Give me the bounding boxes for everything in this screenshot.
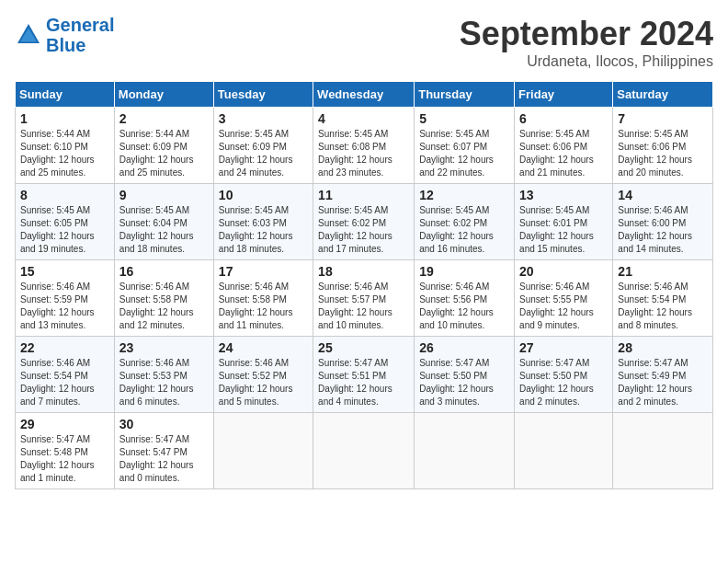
day-info: Sunrise: 5:47 AMSunset: 5:51 PMDaylight:… xyxy=(318,358,392,407)
day-number: 19 xyxy=(419,264,509,279)
day-info: Sunrise: 5:46 AMSunset: 5:58 PMDaylight:… xyxy=(119,282,194,330)
day-info: Sunrise: 5:46 AMSunset: 6:00 PMDaylight:… xyxy=(618,205,692,254)
day-number: 21 xyxy=(618,264,708,279)
calendar-subtitle: Urdaneta, Ilocos, Philippines xyxy=(460,53,713,70)
day-number: 28 xyxy=(618,340,708,355)
calendar-title: September 2024 xyxy=(460,15,713,53)
day-number: 17 xyxy=(219,264,308,279)
table-cell: 25 Sunrise: 5:47 AMSunset: 5:51 PMDaylig… xyxy=(313,337,415,413)
day-number: 4 xyxy=(318,111,409,126)
table-cell: 21 Sunrise: 5:46 AMSunset: 5:54 PMDaylig… xyxy=(613,260,713,337)
day-number: 3 xyxy=(219,111,308,126)
table-cell: 2 Sunrise: 5:44 AMSunset: 6:09 PMDayligh… xyxy=(114,108,213,184)
day-info: Sunrise: 5:46 AMSunset: 5:55 PMDaylight:… xyxy=(519,282,594,330)
table-cell: 5 Sunrise: 5:45 AMSunset: 6:07 PMDayligh… xyxy=(415,108,515,184)
table-cell: 19 Sunrise: 5:46 AMSunset: 5:56 PMDaylig… xyxy=(415,260,515,337)
day-number: 10 xyxy=(219,188,308,202)
table-cell xyxy=(415,413,515,489)
day-info: Sunrise: 5:45 AMSunset: 6:08 PMDaylight:… xyxy=(318,129,392,178)
day-number: 7 xyxy=(618,111,708,126)
day-info: Sunrise: 5:47 AMSunset: 5:47 PMDaylight:… xyxy=(119,434,194,483)
table-cell xyxy=(213,413,313,489)
table-cell: 22 Sunrise: 5:46 AMSunset: 5:54 PMDaylig… xyxy=(16,337,115,413)
table-cell: 3 Sunrise: 5:45 AMSunset: 6:09 PMDayligh… xyxy=(213,108,313,184)
page-header: General Blue September 2024 Urdaneta, Il… xyxy=(15,15,713,70)
table-cell: 28 Sunrise: 5:47 AMSunset: 5:49 PMDaylig… xyxy=(613,337,713,413)
table-row: 8 Sunrise: 5:45 AMSunset: 6:05 PMDayligh… xyxy=(16,184,713,260)
day-number: 15 xyxy=(20,264,109,279)
table-cell: 15 Sunrise: 5:46 AMSunset: 5:59 PMDaylig… xyxy=(16,260,115,337)
header-friday: Friday xyxy=(515,82,613,108)
day-info: Sunrise: 5:47 AMSunset: 5:50 PMDaylight:… xyxy=(419,358,494,407)
table-cell: 18 Sunrise: 5:46 AMSunset: 5:57 PMDaylig… xyxy=(313,260,415,337)
title-area: September 2024 Urdaneta, Ilocos, Philipp… xyxy=(460,15,713,70)
day-number: 27 xyxy=(519,340,608,355)
table-cell: 9 Sunrise: 5:45 AMSunset: 6:04 PMDayligh… xyxy=(114,184,213,260)
table-cell: 24 Sunrise: 5:46 AMSunset: 5:52 PMDaylig… xyxy=(213,337,313,413)
day-info: Sunrise: 5:46 AMSunset: 5:54 PMDaylight:… xyxy=(618,282,692,330)
day-info: Sunrise: 5:45 AMSunset: 6:07 PMDaylight:… xyxy=(419,129,494,178)
day-info: Sunrise: 5:44 AMSunset: 6:10 PMDaylight:… xyxy=(20,129,95,178)
day-number: 25 xyxy=(318,340,409,355)
table-cell: 1 Sunrise: 5:44 AMSunset: 6:10 PMDayligh… xyxy=(16,108,115,184)
day-number: 20 xyxy=(519,264,608,279)
table-cell: 12 Sunrise: 5:45 AMSunset: 6:02 PMDaylig… xyxy=(415,184,515,260)
day-number: 30 xyxy=(119,417,209,431)
day-number: 29 xyxy=(20,417,109,431)
logo: General Blue xyxy=(15,15,114,55)
day-number: 1 xyxy=(20,111,109,126)
day-number: 12 xyxy=(419,188,509,202)
table-row: 29 Sunrise: 5:47 AMSunset: 5:48 PMDaylig… xyxy=(16,413,713,489)
day-info: Sunrise: 5:45 AMSunset: 6:03 PMDaylight:… xyxy=(219,205,293,254)
day-info: Sunrise: 5:45 AMSunset: 6:09 PMDaylight:… xyxy=(219,129,293,178)
day-number: 13 xyxy=(519,188,608,202)
table-cell xyxy=(515,413,613,489)
table-cell: 14 Sunrise: 5:46 AMSunset: 6:00 PMDaylig… xyxy=(613,184,713,260)
table-cell: 10 Sunrise: 5:45 AMSunset: 6:03 PMDaylig… xyxy=(213,184,313,260)
table-cell: 20 Sunrise: 5:46 AMSunset: 5:55 PMDaylig… xyxy=(515,260,613,337)
day-info: Sunrise: 5:46 AMSunset: 5:54 PMDaylight:… xyxy=(20,358,95,407)
day-info: Sunrise: 5:45 AMSunset: 6:06 PMDaylight:… xyxy=(519,129,594,178)
table-cell: 4 Sunrise: 5:45 AMSunset: 6:08 PMDayligh… xyxy=(313,108,415,184)
day-info: Sunrise: 5:45 AMSunset: 6:05 PMDaylight:… xyxy=(20,205,95,254)
day-info: Sunrise: 5:46 AMSunset: 5:58 PMDaylight:… xyxy=(219,282,293,330)
day-number: 22 xyxy=(20,340,109,355)
table-cell: 26 Sunrise: 5:47 AMSunset: 5:50 PMDaylig… xyxy=(415,337,515,413)
table-cell: 27 Sunrise: 5:47 AMSunset: 5:50 PMDaylig… xyxy=(515,337,613,413)
day-info: Sunrise: 5:46 AMSunset: 5:52 PMDaylight:… xyxy=(219,358,293,407)
header-tuesday: Tuesday xyxy=(213,82,313,108)
day-info: Sunrise: 5:47 AMSunset: 5:48 PMDaylight:… xyxy=(20,434,95,483)
day-info: Sunrise: 5:45 AMSunset: 6:01 PMDaylight:… xyxy=(519,205,594,254)
table-cell: 6 Sunrise: 5:45 AMSunset: 6:06 PMDayligh… xyxy=(515,108,613,184)
day-info: Sunrise: 5:47 AMSunset: 5:50 PMDaylight:… xyxy=(519,358,594,407)
table-cell: 29 Sunrise: 5:47 AMSunset: 5:48 PMDaylig… xyxy=(16,413,115,489)
header-saturday: Saturday xyxy=(613,82,713,108)
table-cell: 16 Sunrise: 5:46 AMSunset: 5:58 PMDaylig… xyxy=(114,260,213,337)
day-number: 5 xyxy=(419,111,509,126)
day-info: Sunrise: 5:46 AMSunset: 5:57 PMDaylight:… xyxy=(318,282,392,330)
day-info: Sunrise: 5:47 AMSunset: 5:49 PMDaylight:… xyxy=(618,358,692,407)
day-info: Sunrise: 5:46 AMSunset: 5:53 PMDaylight:… xyxy=(119,358,194,407)
table-cell xyxy=(613,413,713,489)
table-cell: 11 Sunrise: 5:45 AMSunset: 6:02 PMDaylig… xyxy=(313,184,415,260)
table-row: 1 Sunrise: 5:44 AMSunset: 6:10 PMDayligh… xyxy=(16,108,713,184)
day-info: Sunrise: 5:45 AMSunset: 6:02 PMDaylight:… xyxy=(318,205,392,254)
table-row: 22 Sunrise: 5:46 AMSunset: 5:54 PMDaylig… xyxy=(16,337,713,413)
day-number: 6 xyxy=(519,111,608,126)
table-cell: 7 Sunrise: 5:45 AMSunset: 6:06 PMDayligh… xyxy=(613,108,713,184)
header-sunday: Sunday xyxy=(16,82,115,108)
table-row: 15 Sunrise: 5:46 AMSunset: 5:59 PMDaylig… xyxy=(16,260,713,337)
table-cell: 23 Sunrise: 5:46 AMSunset: 5:53 PMDaylig… xyxy=(114,337,213,413)
day-number: 18 xyxy=(318,264,409,279)
table-cell: 17 Sunrise: 5:46 AMSunset: 5:58 PMDaylig… xyxy=(213,260,313,337)
day-number: 8 xyxy=(20,188,109,202)
day-number: 16 xyxy=(119,264,209,279)
day-info: Sunrise: 5:45 AMSunset: 6:02 PMDaylight:… xyxy=(419,205,494,254)
calendar-table: Sunday Monday Tuesday Wednesday Thursday… xyxy=(15,81,713,489)
header-thursday: Thursday xyxy=(415,82,515,108)
day-info: Sunrise: 5:46 AMSunset: 5:56 PMDaylight:… xyxy=(419,282,494,330)
day-number: 11 xyxy=(318,188,409,202)
header-wednesday: Wednesday xyxy=(313,82,415,108)
day-info: Sunrise: 5:45 AMSunset: 6:06 PMDaylight:… xyxy=(618,129,692,178)
header-row: Sunday Monday Tuesday Wednesday Thursday… xyxy=(16,82,713,108)
